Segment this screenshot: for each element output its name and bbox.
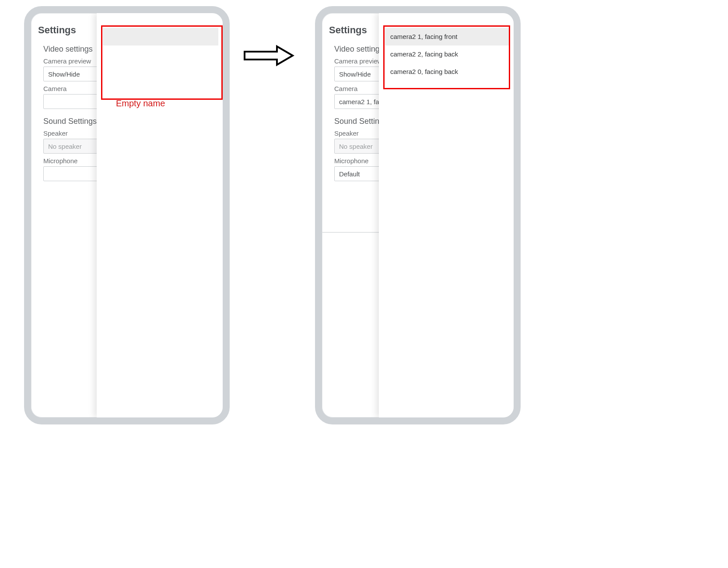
camera-dropdown-item[interactable] bbox=[103, 28, 218, 46]
camera-dropdown-item[interactable]: camera2 0, facing back bbox=[385, 63, 509, 81]
dropdown-panel bbox=[97, 13, 223, 417]
dropdown-panel: camera2 1, facing frontcamera2 2, facing… bbox=[379, 13, 514, 417]
comparison-figure: Settings Video settings Camera preview S… bbox=[0, 0, 728, 568]
camera-dropdown-item[interactable]: camera2 2, facing back bbox=[385, 46, 509, 63]
camera-dropdown-list-left bbox=[103, 28, 218, 46]
arrow-right-icon bbox=[243, 44, 295, 67]
camera-dropdown-item[interactable]: camera2 1, facing front bbox=[385, 28, 509, 46]
camera-dropdown-list-right: camera2 1, facing frontcamera2 2, facing… bbox=[385, 28, 509, 81]
phone-frame-right: Settings Video settings Camera preview S… bbox=[315, 6, 521, 424]
phone-frame-left: Settings Video settings Camera preview S… bbox=[24, 6, 230, 424]
